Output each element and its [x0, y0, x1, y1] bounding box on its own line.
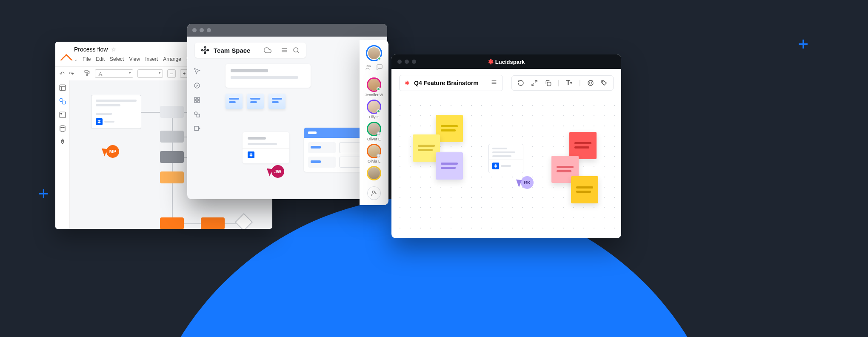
- svg-point-37: [372, 191, 374, 193]
- menu-view[interactable]: View: [129, 56, 140, 62]
- paint-roller-icon[interactable]: [84, 70, 91, 78]
- comment-icon[interactable]: [376, 64, 383, 72]
- board-card[interactable]: [308, 157, 336, 168]
- search-icon[interactable]: [292, 46, 300, 54]
- collaborator-anon[interactable]: [367, 166, 381, 180]
- svg-rect-0: [85, 71, 88, 72]
- rocket-icon[interactable]: [59, 138, 66, 146]
- traffic-light-close[interactable]: [192, 28, 197, 32]
- menu-file[interactable]: File: [83, 56, 91, 62]
- flow-card[interactable]: [91, 95, 141, 129]
- connector: [225, 223, 237, 224]
- flow-shape-orange[interactable]: [160, 217, 184, 229]
- add-collaborator-button[interactable]: [367, 186, 381, 200]
- svg-point-51: [602, 81, 603, 82]
- menu-insert[interactable]: Insert: [145, 56, 158, 62]
- cursor-icon[interactable]: [193, 67, 201, 75]
- menu-icon[interactable]: [280, 46, 288, 54]
- sticky-note-gold[interactable]: [571, 176, 598, 203]
- flow-shape-orange[interactable]: [201, 217, 225, 229]
- image-icon[interactable]: [59, 111, 66, 119]
- traffic-light-close[interactable]: [397, 60, 402, 64]
- svg-rect-1: [86, 74, 88, 76]
- svg-point-8: [60, 113, 62, 114]
- traffic-light-max[interactable]: [207, 28, 211, 32]
- size-select[interactable]: [137, 69, 163, 78]
- copy-icon[interactable]: [544, 79, 552, 87]
- panel-icon[interactable]: [59, 84, 66, 91]
- svg-rect-26: [194, 97, 197, 100]
- content-card-dropbox[interactable]: [488, 144, 523, 173]
- status-dot: [377, 57, 381, 60]
- svg-point-48: [591, 82, 591, 82]
- decrease-button[interactable]: –: [167, 69, 176, 78]
- shapes-icon[interactable]: [59, 97, 66, 105]
- svg-line-24: [297, 51, 299, 53]
- svg-point-11: [204, 49, 206, 51]
- content-card-dropbox[interactable]: [243, 132, 289, 163]
- flow-shape-gray[interactable]: [160, 131, 184, 143]
- sticky-note[interactable]: [226, 94, 243, 109]
- board-card[interactable]: [308, 142, 336, 153]
- menu-select[interactable]: Select: [110, 56, 124, 62]
- font-select[interactable]: [95, 69, 133, 78]
- team-space-icon: [201, 46, 209, 54]
- content-card[interactable]: [226, 64, 311, 88]
- lucidspark-canvas[interactable]: RK: [391, 97, 621, 238]
- svg-rect-32: [194, 126, 198, 130]
- document-title[interactable]: Process flow: [74, 46, 108, 53]
- sticky-group[interactable]: [226, 94, 288, 111]
- team-space-title[interactable]: Team Space: [214, 47, 250, 54]
- emoji-icon[interactable]: [587, 79, 594, 87]
- sticky-note-purple[interactable]: [436, 152, 463, 180]
- svg-point-9: [60, 126, 65, 128]
- svg-point-10: [62, 140, 63, 142]
- grid-icon[interactable]: [193, 96, 201, 104]
- svg-rect-29: [197, 100, 200, 103]
- menu-icon[interactable]: [491, 79, 497, 87]
- collaborator-lilly[interactable]: Lilly E: [367, 100, 381, 119]
- team-space-header: Team Space: [187, 37, 387, 64]
- lucidspark-logo-icon: ✱: [488, 58, 494, 66]
- undo-icon[interactable]: ↶: [60, 70, 65, 77]
- sticky-note-red[interactable]: [569, 132, 597, 159]
- lucidspark-logo-icon: ✱: [405, 80, 410, 86]
- lucidspark-toolbar: | T▾ |: [511, 75, 614, 91]
- history-icon[interactable]: [517, 79, 525, 87]
- flow-decision[interactable]: [235, 213, 253, 229]
- people-icon[interactable]: [365, 64, 372, 72]
- text-tool-button[interactable]: T▾: [565, 79, 573, 87]
- avatar-self[interactable]: [366, 45, 382, 61]
- cloud-icon[interactable]: [264, 46, 271, 54]
- data-icon[interactable]: [59, 125, 66, 132]
- tag-icon[interactable]: [600, 79, 608, 87]
- menu-edit[interactable]: Edit: [96, 56, 105, 62]
- flow-shape-orange[interactable]: [160, 171, 184, 183]
- collaborator-olivia[interactable]: Olivia L: [367, 144, 381, 163]
- lucidchart-logo-icon[interactable]: [61, 55, 69, 63]
- flow-shape-gray[interactable]: [160, 106, 184, 118]
- plus-decoration-right: +: [798, 34, 808, 54]
- check-circle-icon[interactable]: [193, 82, 201, 89]
- board-title[interactable]: Q4 Feature Brainstorm: [414, 80, 479, 86]
- status-dot: [377, 154, 380, 157]
- collaborator-jennifer[interactable]: Jennifer W: [365, 77, 383, 97]
- collaborator-cursor-mp: MP: [103, 145, 119, 158]
- sticky-note[interactable]: [268, 94, 286, 109]
- collaborator-oliver[interactable]: Oliver E: [367, 122, 381, 141]
- menu-arrange[interactable]: Arrange: [163, 56, 181, 62]
- title-container: Team Space: [195, 43, 306, 58]
- traffic-light-min[interactable]: [405, 60, 409, 64]
- traffic-light-max[interactable]: [412, 60, 416, 64]
- redo-icon[interactable]: ↷: [69, 70, 74, 77]
- shapes-icon[interactable]: [193, 111, 201, 118]
- logo-dropdown-icon[interactable]: ⌄: [74, 57, 77, 62]
- traffic-light-min[interactable]: [200, 28, 204, 32]
- add-frame-icon[interactable]: [193, 125, 201, 133]
- sticky-note[interactable]: [247, 94, 264, 109]
- star-icon[interactable]: ☆: [111, 46, 117, 53]
- expand-icon[interactable]: [531, 79, 538, 87]
- plus-decoration-left: +: [38, 184, 49, 204]
- flow-shape-dark[interactable]: [160, 151, 184, 163]
- connector: [141, 112, 160, 113]
